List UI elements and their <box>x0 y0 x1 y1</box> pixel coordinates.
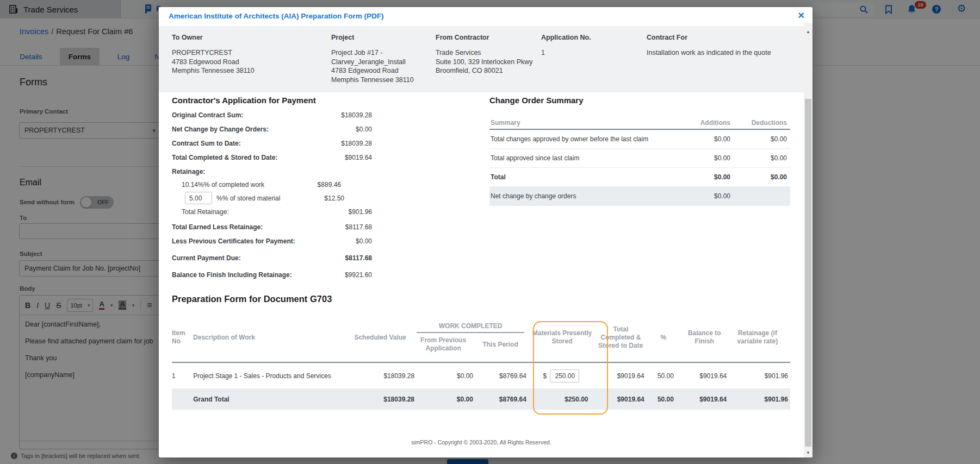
row-value: $8117.68 <box>345 251 372 265</box>
cell: 1 <box>172 372 193 380</box>
cell: Project Stage 1 - Sales - Products and S… <box>193 372 348 380</box>
info-line: 4783 Edgewood Road <box>331 66 429 76</box>
info-line: PROPERTYCREST <box>172 48 297 58</box>
info-label: From Contractor <box>436 34 539 41</box>
column-header: % <box>653 313 682 362</box>
change-order-summary: Change Order Summary Summary Additions D… <box>489 96 790 206</box>
cell: $9019.64 <box>681 396 727 403</box>
cell: $0.00 <box>730 149 790 167</box>
materials-stored-input[interactable] <box>550 369 579 383</box>
cell: $0.00 <box>414 396 473 403</box>
info-line: Installation work as indicated in the qu… <box>647 48 799 58</box>
cell: $0.00 <box>676 149 730 167</box>
table-row: Total approved since last claim $0.00 $0… <box>489 149 790 168</box>
row-value: $9019.64 <box>345 151 372 165</box>
info-line: 1 <box>541 48 623 58</box>
info-application-no: Application No. 1 <box>541 34 623 58</box>
scroll-down-arrow[interactable]: ▼ <box>804 450 812 455</box>
row-label: 10.14%% of completed work <box>182 181 264 189</box>
row-value: $901.96 <box>349 206 372 218</box>
table-row: Total changes approved by owner before t… <box>489 130 790 149</box>
row-value: $18039.28 <box>341 108 372 122</box>
column-header: From Previous Application <box>413 336 473 353</box>
info-line: Clarvey_Jerangle_Install <box>331 58 429 67</box>
close-icon[interactable]: ✕ <box>798 10 805 21</box>
row-label: Retainage: <box>172 168 205 175</box>
cell: $9019.64 <box>596 372 652 380</box>
row-label: Total Retainage: <box>182 208 229 216</box>
info-line: Project Job #17 - <box>331 48 429 58</box>
cell: $8769.64 <box>473 372 526 380</box>
stored-material-percent-input[interactable] <box>185 192 212 204</box>
cell: 50.00 <box>652 396 681 403</box>
scrollbar-thumb[interactable] <box>805 99 811 447</box>
cell: $18039.28 <box>348 396 414 403</box>
cell: $9019.64 <box>596 396 652 403</box>
cell: $18039.28 <box>348 372 415 380</box>
column-header: Description of Work <box>193 313 347 362</box>
info-to-owner: To Owner PROPERTYCREST 4783 Edgewood Roa… <box>172 34 297 76</box>
row-label: Less Previous Certificates for Payment: <box>172 237 295 245</box>
payment-row: Contract Sum to Date:$18039.28 <box>172 136 372 151</box>
cell: Total <box>489 168 676 186</box>
application-for-payment: Contractor's Application for Payment Ori… <box>172 96 372 282</box>
retainage-stored-row: %% of stored material $12.50 <box>172 191 372 206</box>
row-value: $8117.68 <box>345 220 372 234</box>
row-value: $0.00 <box>356 234 372 248</box>
row-label: %% of stored material <box>216 191 280 206</box>
info-line: Memphis Tennessee 38110 <box>331 76 429 85</box>
row-label: Original Contract Sum: <box>172 111 243 119</box>
column-header: Item No <box>172 313 193 362</box>
row-value: $18039.28 <box>341 136 372 151</box>
info-line: Suite 100, 329 Interlocken Pkwy <box>436 58 539 67</box>
cell <box>730 187 790 206</box>
work-completed-group: WORK COMPLETED From Previous Application… <box>413 313 528 362</box>
info-line: Memphis Tennessee 38110 <box>172 66 297 76</box>
modal-title: American Institute of Architects (AIA) P… <box>169 12 384 20</box>
cell: $0.00 <box>676 187 730 206</box>
row-value: $889.46 <box>318 179 341 191</box>
cell: $8769.64 <box>473 396 526 403</box>
info-contract-for: Contract For Installation work as indica… <box>647 34 799 58</box>
column-header: Materials Presently Stored <box>528 313 597 362</box>
row-value: $9921.60 <box>345 268 372 282</box>
table-header-row: Summary Additions Deductions <box>489 116 790 130</box>
column-header: Additions <box>676 116 730 129</box>
retainage-header-row: Retainage: <box>172 165 372 179</box>
row-label: Balance to Finish Including Retainage: <box>172 271 292 279</box>
modal-info-panel: To Owner PROPERTYCREST 4783 Edgewood Roa… <box>159 26 804 92</box>
info-project: Project Project Job #17 - Clarvey_Jerang… <box>331 34 429 84</box>
row-label: Current Payment Due: <box>172 254 241 262</box>
section-title: Preparation Form for Document G703 <box>172 294 790 304</box>
section-title: Change Order Summary <box>489 96 790 105</box>
cell: $0.00 <box>730 168 790 186</box>
retainage-completed-row: 10.14%% of completed work$889.46 <box>172 179 372 191</box>
materials-cell: $ <box>526 369 596 383</box>
info-label: Contract For <box>647 34 799 41</box>
modal-footer-copyright: simPRO - Copyright © 2003-2020, All Righ… <box>159 439 804 446</box>
column-header: Deductions <box>730 116 790 129</box>
payment-row: Total Earned Less Retainage:$8117.68 <box>172 220 372 234</box>
column-header: Balance to Finish <box>682 313 727 362</box>
cell: $901.96 <box>727 372 790 380</box>
info-label: Project <box>331 34 429 41</box>
cell: $901.96 <box>727 396 790 403</box>
column-header: This Period <box>473 336 528 353</box>
table-row: 1 Project Stage 1 - Sales - Products and… <box>172 363 790 389</box>
row-label: Net Change by Change Orders: <box>172 126 269 133</box>
info-line: Trade Services <box>436 48 539 58</box>
current-payment-due-row: Current Payment Due:$8117.68 <box>172 251 372 265</box>
grand-total-row: Grand Total $18039.28 $0.00 $8769.64 $25… <box>172 389 790 410</box>
modal-scrollbar[interactable]: ▲ ▼ <box>804 23 812 457</box>
column-header: Scheduled Value <box>347 313 413 362</box>
payment-row: Original Contract Sum:$18039.28 <box>172 108 372 122</box>
row-label: Total Completed & Stored to Date: <box>172 154 277 161</box>
row-label: Total Earned Less Retainage: <box>172 223 263 231</box>
info-from-contractor: From Contractor Trade Services Suite 100… <box>436 34 539 76</box>
modal-header: American Institute of Architects (AIA) P… <box>159 7 812 26</box>
group-underline <box>417 332 524 333</box>
cell: Net change by change orders <box>489 187 676 206</box>
info-label: To Owner <box>172 34 297 41</box>
cell: $0.00 <box>730 130 790 148</box>
scroll-up-arrow[interactable]: ▲ <box>804 29 812 34</box>
